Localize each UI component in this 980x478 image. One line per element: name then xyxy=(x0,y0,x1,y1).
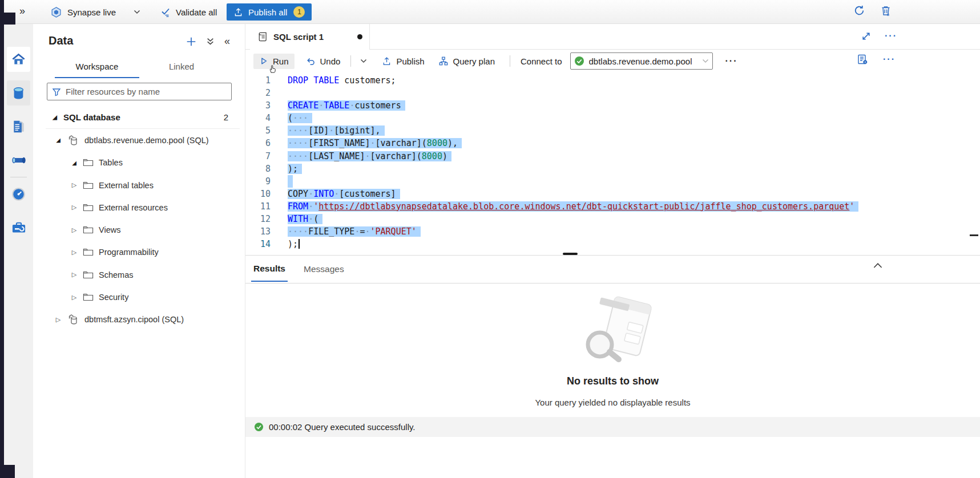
code-text: ); xyxy=(288,238,300,250)
tree-expanded-icon[interactable]: ◢ xyxy=(70,160,79,166)
window-edge xyxy=(0,0,4,478)
tree-item-label: Tables xyxy=(99,158,123,167)
code-line-8[interactable]: 8); xyxy=(245,163,858,175)
code-line-1[interactable]: 1DROP TABLE customers; xyxy=(245,74,858,87)
code-text: ····[FIRST_NAME]·[varchar](8000), xyxy=(288,137,462,149)
tree-collapsed-icon[interactable]: ▷ xyxy=(70,204,79,211)
tab-results[interactable]: Results xyxy=(251,257,288,282)
synapse-logo-icon xyxy=(50,6,62,18)
tab-sql-script-1[interactable]: SQL script 1 xyxy=(250,24,370,50)
refresh-icon[interactable] xyxy=(853,5,865,17)
selection-highlight: CREATE·TABLE·customers xyxy=(288,100,405,111)
tab-messages[interactable]: Messages xyxy=(301,257,346,281)
tree-collapsed-icon[interactable]: ▷ xyxy=(70,249,79,256)
filter-resources-input[interactable] xyxy=(66,87,227,96)
query-plan-button[interactable]: Query plan xyxy=(433,53,501,69)
run-options-chevron-icon[interactable] xyxy=(356,56,372,66)
publish-button[interactable]: Publish xyxy=(376,54,430,69)
sql-pool-icon xyxy=(67,314,79,325)
tree-collapsed-icon[interactable]: ▷ xyxy=(70,226,79,234)
tree-root-label: SQL database xyxy=(63,112,120,122)
tab-workspace[interactable]: Workspace xyxy=(55,57,139,78)
overview-ruler-mark xyxy=(970,234,978,236)
code-line-2[interactable]: 2 xyxy=(245,87,858,99)
no-results-illustration xyxy=(573,292,664,370)
collapse-results-chevron-icon[interactable] xyxy=(873,262,883,269)
tab-more-icon[interactable]: ··· xyxy=(885,31,897,41)
tree-item-tables[interactable]: ◢Tables xyxy=(33,152,245,174)
line-number: 2 xyxy=(245,87,271,99)
expand-editor-icon[interactable] xyxy=(861,31,871,41)
code-line-5[interactable]: 5····[ID]·[bigint], xyxy=(245,124,858,137)
tree-item-dbtmsft-azsyn-cipool-sql[interactable]: ▷dbtmsft.azsyn.cipool (SQL) xyxy=(33,309,245,331)
filter-icon xyxy=(52,87,61,96)
tree-item-views[interactable]: ▷Views xyxy=(33,218,245,241)
expand-menu-icon[interactable]: » xyxy=(19,5,25,17)
right-more-icon[interactable]: ··· xyxy=(883,54,896,64)
tree-item-security[interactable]: ▷Security xyxy=(33,286,245,308)
code-text: CREATE·TABLE·customers xyxy=(288,99,405,112)
code-line-7[interactable]: 7····[LAST_NAME]·[varchar](8000) xyxy=(245,150,858,163)
code-text: WITH·( xyxy=(288,213,322,225)
nav-manage-icon[interactable] xyxy=(7,215,30,240)
results-tabbar: Results Messages xyxy=(245,256,980,283)
tree-item-external-resources[interactable]: ▷External resources xyxy=(33,196,245,218)
publish-all-button[interactable]: Publish all 1 xyxy=(227,3,312,21)
code-text: ); xyxy=(288,163,302,175)
tree-item-sql-database[interactable]: ◢ SQL database 2 xyxy=(33,106,245,128)
tree-item-dbtlabs-revenue-demo-pool-sql[interactable]: ◢dbtlabs.revenue.demo.pool (SQL) xyxy=(33,129,245,151)
nav-integrate-icon[interactable] xyxy=(7,148,30,173)
workspace-mode-dropdown[interactable]: Synapse live xyxy=(50,4,140,20)
tree-collapsed-icon[interactable]: ▷ xyxy=(70,294,79,301)
line-number: 9 xyxy=(245,175,271,188)
code-line-11[interactable]: 11FROM·'https://dbtlabsynapsedatalake.bl… xyxy=(245,200,858,213)
code-text: ····[LAST_NAME]·[varchar](8000) xyxy=(288,150,451,163)
tree-collapsed-icon[interactable]: ▷ xyxy=(70,271,79,278)
tree-item-external-tables[interactable]: ▷External tables xyxy=(33,174,245,196)
undo-button[interactable]: Undo xyxy=(300,54,346,69)
undo-label: Undo xyxy=(320,56,341,66)
code-line-6[interactable]: 6····[FIRST_NAME]·[varchar](8000), xyxy=(245,137,858,149)
selection-highlight: COPY·INTO·[customers] xyxy=(288,189,400,199)
line-number: 11 xyxy=(245,200,271,213)
code-line-13[interactable]: 13····FILE_TYPE·=·'PARQUET' xyxy=(245,225,858,238)
nav-data-icon[interactable] xyxy=(7,80,30,106)
collapse-panel-icon[interactable]: « xyxy=(224,35,230,47)
code-line-4[interactable]: 4(··· xyxy=(245,112,858,124)
filter-resources-box[interactable] xyxy=(47,83,232,100)
sidebar-tabs: Workspace Linked xyxy=(55,57,224,78)
panel-resize-handle[interactable] xyxy=(563,253,578,255)
toolbar-more-icon[interactable]: ··· xyxy=(725,56,738,66)
line-number: 8 xyxy=(245,163,271,175)
selection-highlight: ); xyxy=(288,164,302,174)
code-line-10[interactable]: 10COPY·INTO·[customers] xyxy=(245,188,858,200)
tree-collapsed-icon[interactable]: ▷ xyxy=(54,316,63,323)
mouse-cursor xyxy=(267,63,278,75)
nav-develop-icon[interactable] xyxy=(7,114,30,139)
tree-item-schemas[interactable]: ▷Schemas xyxy=(33,264,245,286)
nav-monitor-icon[interactable] xyxy=(7,181,30,206)
sql-code-editor[interactable]: 1DROP TABLE customers;23CREATE·TABLE·cus… xyxy=(245,72,980,256)
connect-to-dropdown[interactable]: dbtlabs.revenue.demo.pool xyxy=(570,52,713,70)
tree-collapsed-icon[interactable]: ▷ xyxy=(70,181,79,189)
code-line-14[interactable]: 14); xyxy=(245,238,858,250)
tab-linked[interactable]: Linked xyxy=(139,57,224,78)
nav-home-icon[interactable] xyxy=(7,47,30,72)
tree-expanded-icon[interactable]: ◢ xyxy=(50,114,59,120)
folder-icon xyxy=(83,293,94,302)
code-line-12[interactable]: 12WITH·( xyxy=(245,213,858,225)
tree-expanded-icon[interactable]: ◢ xyxy=(54,137,63,143)
properties-icon[interactable] xyxy=(857,54,868,65)
collapse-all-icon[interactable] xyxy=(206,37,215,46)
line-number: 14 xyxy=(245,238,271,250)
tree-item-programmability[interactable]: ▷Programmability xyxy=(33,241,245,264)
editor-area: SQL script 1 ··· Run Undo xyxy=(245,24,980,478)
validate-all-button[interactable]: Validate all xyxy=(160,4,217,20)
add-resource-icon[interactable] xyxy=(186,37,196,47)
tree-item-label: Views xyxy=(99,225,120,234)
code-line-9[interactable]: 9 xyxy=(245,175,858,188)
folder-icon xyxy=(83,270,94,279)
code-line-3[interactable]: 3CREATE·TABLE·customers xyxy=(245,99,858,112)
publish-count-badge: 1 xyxy=(293,6,305,18)
discard-all-icon[interactable] xyxy=(880,5,892,17)
